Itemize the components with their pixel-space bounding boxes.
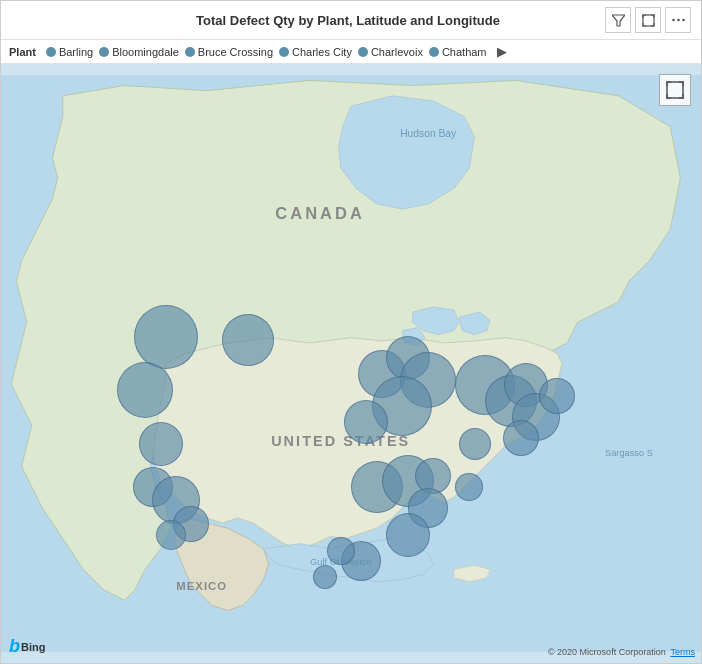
map-bubble[interactable] bbox=[313, 565, 337, 589]
map-bubble[interactable] bbox=[139, 422, 183, 466]
legend-dot-charles-city bbox=[279, 47, 289, 57]
chart-title: Total Defect Qty by Plant, Latitude and … bbox=[91, 13, 605, 28]
map-bubble[interactable] bbox=[455, 473, 483, 501]
filter-icon bbox=[612, 14, 625, 27]
svg-text:Hudson Bay: Hudson Bay bbox=[400, 128, 457, 139]
legend-name-chatham: Chatham bbox=[442, 46, 487, 58]
svg-point-4 bbox=[682, 19, 685, 22]
legend-name-barling: Barling bbox=[59, 46, 93, 58]
legend-item-chatham[interactable]: Chatham bbox=[429, 46, 487, 58]
filter-button[interactable] bbox=[605, 7, 631, 33]
map-bubble[interactable] bbox=[386, 513, 430, 557]
legend-name-bloomingdale: Bloomingdale bbox=[112, 46, 179, 58]
svg-text:MEXICO: MEXICO bbox=[176, 580, 227, 592]
svg-marker-0 bbox=[612, 15, 625, 26]
copyright-text: © 2020 Microsoft Corporation bbox=[548, 647, 666, 657]
legend-name-charlevoix: Charlevoix bbox=[371, 46, 423, 58]
expand-icon bbox=[642, 14, 655, 27]
map-bubble[interactable] bbox=[222, 314, 274, 366]
svg-point-3 bbox=[677, 19, 680, 22]
legend-dot-bruce-crossing bbox=[185, 47, 195, 57]
legend-label: Plant bbox=[9, 46, 36, 58]
map-bubble[interactable] bbox=[503, 420, 539, 456]
legend-dot-charlevoix bbox=[358, 47, 368, 57]
bing-b-icon: b bbox=[9, 636, 20, 657]
svg-text:UNITED STATES: UNITED STATES bbox=[271, 433, 410, 449]
copyright-bar: © 2020 Microsoft Corporation Terms bbox=[548, 647, 695, 657]
svg-point-2 bbox=[672, 19, 675, 22]
map-bubble[interactable] bbox=[344, 400, 388, 444]
map-bubble[interactable] bbox=[156, 520, 186, 550]
legend-bar: Plant Barling Bloomingdale Bruce Crossin… bbox=[1, 40, 701, 64]
legend-dot-barling bbox=[46, 47, 56, 57]
terms-link[interactable]: Terms bbox=[671, 647, 696, 657]
toolbar-icons bbox=[605, 7, 691, 33]
legend-item-barling[interactable]: Barling bbox=[46, 46, 93, 58]
more-icon bbox=[672, 18, 685, 22]
bing-text: Bing bbox=[21, 641, 45, 653]
map-bubble[interactable] bbox=[459, 428, 491, 460]
select-mode-button[interactable] bbox=[659, 74, 691, 106]
legend-item-charlevoix[interactable]: Charlevoix bbox=[358, 46, 423, 58]
svg-text:CANADA: CANADA bbox=[275, 204, 365, 222]
svg-rect-12 bbox=[667, 82, 683, 98]
legend-item-bloomingdale[interactable]: Bloomingdale bbox=[99, 46, 179, 58]
map-bubble[interactable] bbox=[134, 305, 198, 369]
legend-item-charles-city[interactable]: Charles City bbox=[279, 46, 352, 58]
bing-logo: b Bing bbox=[9, 636, 45, 657]
legend-name-bruce-crossing: Bruce Crossing bbox=[198, 46, 273, 58]
map-bubble[interactable] bbox=[117, 362, 173, 418]
map-bubble[interactable] bbox=[327, 537, 355, 565]
legend-item-bruce-crossing[interactable]: Bruce Crossing bbox=[185, 46, 273, 58]
svg-text:Sargasso S: Sargasso S bbox=[605, 448, 653, 458]
legend-dot-chatham bbox=[429, 47, 439, 57]
select-icon bbox=[666, 81, 684, 99]
title-bar: Total Defect Qty by Plant, Latitude and … bbox=[1, 1, 701, 40]
main-container: Total Defect Qty by Plant, Latitude and … bbox=[0, 0, 702, 664]
legend-dot-bloomingdale bbox=[99, 47, 109, 57]
more-options-button[interactable] bbox=[665, 7, 691, 33]
map-container[interactable]: CANADA UNITED STATES MEXICO Hudson Bay G… bbox=[1, 64, 701, 663]
expand-button[interactable] bbox=[635, 7, 661, 33]
svg-rect-1 bbox=[643, 15, 654, 26]
map-bubble[interactable] bbox=[539, 378, 575, 414]
legend-name-charles-city: Charles City bbox=[292, 46, 352, 58]
legend-scroll-right[interactable]: ▶ bbox=[497, 44, 507, 59]
